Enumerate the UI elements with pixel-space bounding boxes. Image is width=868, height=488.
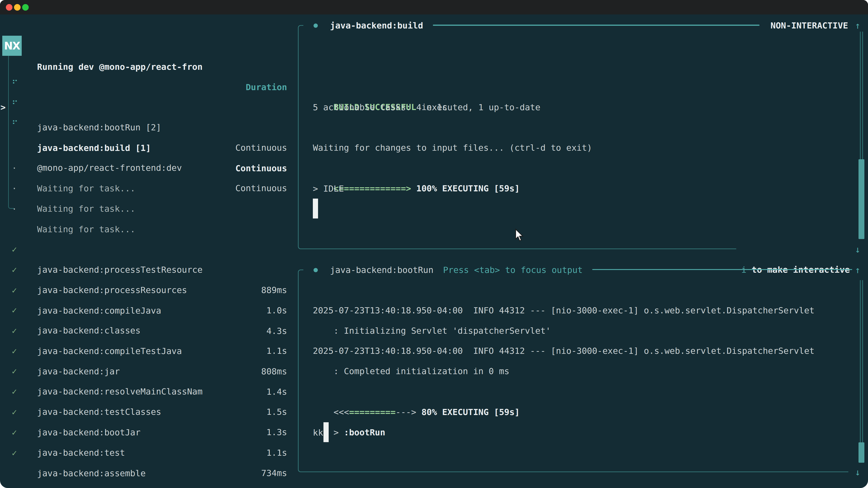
spinner-icon: ⠋ [12,114,18,134]
bootrun-scrollbar-track[interactable] [860,280,863,442]
bootrun-panel-border [298,269,303,472]
waiting-label: Waiting for task... [37,199,135,219]
log-line: : Initializing Servlet 'dispatcherServle… [313,321,551,341]
help-bar: quit:qhelp:? [0,463,294,483]
task-row-done[interactable]: ✓ java-backend:processTestResource 889ms [0,219,294,239]
terminal-cursor [313,199,318,219]
prompt-task: :bootRun [344,427,385,437]
interactive-hint: i to make interactive [721,239,850,260]
typed-input-line[interactable]: kk [313,422,323,443]
zoom-window-button[interactable] [22,4,29,11]
progress-bar: <=============> [334,184,411,193]
build-panel-border [298,25,303,249]
task-row-bootrun[interactable]: ⠋ java-backend:bootRun [2] Continuous [0,76,294,97]
bootrun-panel-bottom-border [301,471,848,472]
terminal-cursor [323,422,329,442]
minimize-window-button[interactable] [14,4,21,11]
check-icon: ✓ [12,443,17,463]
task-row-done[interactable]: ✓ java-backend:compileJava 4.3s [0,260,294,280]
log-line: : Completed initialization in 0 ms [313,361,509,381]
build-panel-bottom-border [301,249,736,249]
log-line: 2025-07-23T13:40:18.950-04:00 INFO 44312… [313,300,814,321]
task-status-dot [313,268,318,272]
bootrun-progress-line: <<<=========---> 80% EXECUTING [59s] [313,382,520,402]
scroll-down-icon[interactable]: ↓ [855,462,860,482]
task-row-waiting: · Waiting for task... [0,158,294,178]
task-status-dot [313,24,318,28]
progress-status: 80% EXECUTING [59s] [416,407,520,417]
spinner-icon: ⠋ [12,73,18,94]
noninteractive-badge: NON-INTERACTIVE [771,15,848,36]
task-row-done[interactable]: ✓ java-backend:classes 1.1s [0,280,294,300]
terminal-window: NX Running dev @mono-app/react-fron Dura… [0,0,868,488]
task-row-done[interactable]: ✓ java-backend:testClasses 1.3s [0,361,294,381]
task-row-done[interactable]: ✓ java-backend:test 734ms [0,402,294,422]
bootrun-scrollbar-thumb[interactable] [859,442,864,463]
focus-output-hint: Press <tab> to focus output [443,260,583,280]
bootrun-prompt-line: > :bootRun [313,402,385,422]
task-row-done[interactable]: ✓ java-backend:processResources 1.0s [0,239,294,260]
bootrun-panel-title: java-backend:bootRun [330,260,434,280]
task-label: java-backend:test [37,443,125,463]
scroll-up-icon[interactable]: ↑ [855,15,860,36]
task-row-done[interactable]: ✓ java-backend:resolveMainClassNam 1.5s [0,341,294,361]
close-window-button[interactable] [6,4,12,11]
progress-status: 100% EXECUTING [59s] [411,184,520,193]
scroll-down-icon[interactable]: ↓ [855,239,860,260]
build-panel-title: java-backend:build [330,15,423,36]
task-row-frontend-dev[interactable]: ⠋ @mono-app/react-frontend:dev Continuou… [0,117,294,137]
build-scrollbar-track[interactable] [860,32,863,159]
prompt-chevron: > [334,427,344,437]
task-row-done[interactable]: ✓ java-backend:assemble 774ms [0,422,294,443]
progress-remainder: ---> [396,407,416,417]
spinner-icon: ⠋ [12,94,18,114]
build-success-line: BUILD SUCCESSFUL in 1s [313,76,447,97]
build-summary-line: 5 actionable tasks: 4 executed, 1 up-to-… [313,97,540,118]
bootrun-panel-header-rule [592,269,852,270]
build-scrollbar-thumb[interactable] [859,159,864,239]
scroll-up-icon[interactable]: ↑ [855,260,860,280]
task-row-waiting: · Waiting for task... [0,178,294,199]
log-line: 2025-07-23T13:40:18.950-04:00 INFO 44312… [313,341,814,361]
sidebar-header: Running dev @mono-app/react-fron Duratio… [0,36,294,57]
task-row-done[interactable]: ✓ java-backend:jar 1.4s [0,321,294,341]
bullet-icon: · [12,199,17,219]
task-row-done[interactable]: ✓ java-backend:compileTestJava 808ms [0,300,294,321]
build-progress-line: <=============> 100% EXECUTING [59s] [313,158,520,178]
task-row-done[interactable]: ✓ java-backend:bootJar 1.1s [0,382,294,402]
build-waiting-line: Waiting for changes to input files... (c… [313,138,592,158]
build-idle-line: > IDLE [313,178,344,199]
mouse-pointer-icon [515,229,524,243]
window-titlebar [0,0,868,14]
sidebar-title: Running dev @mono-app/react-fron [37,57,203,77]
task-row-build-selected[interactable]: ⠋ java-backend:build [1] Continuous [0,97,294,118]
build-panel-header-rule [433,25,760,26]
task-duration: 1.1s [266,443,287,463]
task-row-waiting: · Waiting for task... [0,138,294,158]
